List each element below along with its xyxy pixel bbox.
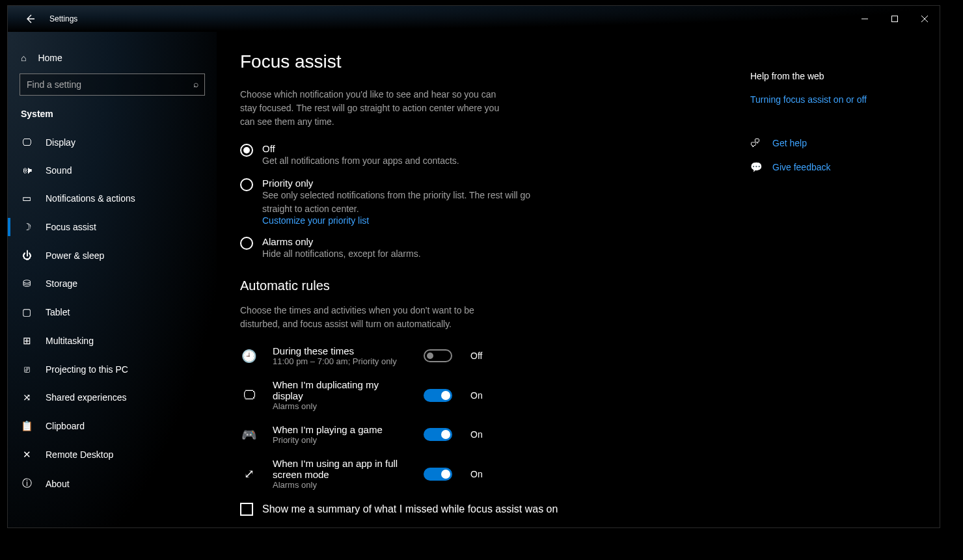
tablet-icon: ▢ xyxy=(21,306,33,318)
nav-shared[interactable]: ⤨Shared experiences xyxy=(8,383,217,412)
toggle-times[interactable] xyxy=(424,349,452,362)
radio-alarms[interactable]: Alarms only Hide all notifications, exce… xyxy=(240,236,727,260)
nav-sound[interactable]: 🕪Sound xyxy=(8,156,217,184)
get-help-link[interactable]: 🗪 Get help xyxy=(750,137,910,148)
rule-times[interactable]: 🕘 During these times 11:00 pm – 7:00 am;… xyxy=(240,345,727,366)
nav-storage[interactable]: ⛁Storage xyxy=(8,269,217,298)
settings-window: Settings ⌂ Home ⌕ System 🖵Display 🕪Sou xyxy=(7,5,940,528)
radio-off[interactable]: Off Get all notifications from your apps… xyxy=(240,143,727,167)
help-header: Help from the web xyxy=(750,71,910,81)
nav-about[interactable]: ⓘAbout xyxy=(8,469,217,498)
titlebar: Settings xyxy=(8,6,940,32)
help-panel: Help from the web Turning focus assist o… xyxy=(750,32,926,527)
page-description: Choose which notification you'd like to … xyxy=(240,88,513,129)
clipboard-icon: 📋 xyxy=(21,420,33,432)
summary-checkbox-row[interactable]: Show me a summary of what I missed while… xyxy=(240,503,727,516)
customize-priority-link[interactable]: Customize your priority list xyxy=(262,215,536,226)
sidebar: ⌂ Home ⌕ System 🖵Display 🕪Sound ▭Notific… xyxy=(8,32,217,527)
toggle-fullscreen[interactable] xyxy=(424,468,452,481)
radio-icon xyxy=(240,237,253,250)
minimize-button[interactable] xyxy=(850,8,880,29)
main-area: Focus assist Choose which notification y… xyxy=(217,32,940,527)
page-title: Focus assist xyxy=(240,51,727,72)
toggle-game[interactable] xyxy=(424,428,452,441)
nav-tablet[interactable]: ▢Tablet xyxy=(8,298,217,327)
help-web-link[interactable]: Turning focus assist on or off xyxy=(750,94,910,105)
content: Focus assist Choose which notification y… xyxy=(217,32,750,527)
checkbox-icon xyxy=(240,503,253,516)
info-icon: ⓘ xyxy=(21,477,33,490)
feedback-icon: 💬 xyxy=(750,161,762,173)
maximize-button[interactable] xyxy=(880,8,910,29)
radio-priority[interactable]: Priority only See only selected notifica… xyxy=(240,178,727,226)
nav-list: 🖵Display 🕪Sound ▭Notifications & actions… xyxy=(8,128,217,512)
section-header: System xyxy=(8,109,217,128)
window-controls xyxy=(850,8,940,29)
remote-icon: ✕ xyxy=(21,449,33,460)
auto-rules-header: Automatic rules xyxy=(240,278,727,293)
nav-focus-assist[interactable]: ☽Focus assist xyxy=(8,213,217,241)
focus-mode-radios: Off Get all notifications from your apps… xyxy=(240,143,727,260)
nav-power[interactable]: ⏻Power & sleep xyxy=(8,241,217,269)
maximize-icon xyxy=(891,16,898,22)
nav-clipboard[interactable]: 📋Clipboard xyxy=(8,412,217,440)
close-button[interactable] xyxy=(910,8,940,29)
fullscreen-icon: ⤢ xyxy=(240,466,258,481)
auto-rules-desc: Choose the times and activities when you… xyxy=(240,304,513,331)
home-label: Home xyxy=(38,53,62,63)
window-title: Settings xyxy=(49,14,77,23)
projecting-icon: ⎚ xyxy=(21,364,33,375)
sound-icon: 🕪 xyxy=(21,165,33,176)
moon-icon: ☽ xyxy=(21,221,33,233)
close-icon xyxy=(921,16,928,22)
svg-rect-1 xyxy=(892,16,898,22)
feedback-link[interactable]: 💬 Give feedback xyxy=(750,161,910,173)
monitor-icon: 🖵 xyxy=(240,388,258,403)
rule-duplicating[interactable]: 🖵 When I'm duplicating my display Alarms… xyxy=(240,379,727,411)
clock-icon: 🕘 xyxy=(240,349,258,364)
back-arrow-icon xyxy=(25,14,35,24)
minimize-icon xyxy=(861,16,868,22)
power-icon: ⏻ xyxy=(21,250,33,261)
notifications-icon: ▭ xyxy=(21,193,33,204)
summary-checkbox-label: Show me a summary of what I missed while… xyxy=(262,503,558,515)
rule-fullscreen[interactable]: ⤢ When I'm using an app in full screen m… xyxy=(240,458,727,490)
game-icon: 🎮 xyxy=(240,427,258,442)
nav-notifications[interactable]: ▭Notifications & actions xyxy=(8,184,217,213)
multitasking-icon: ⊞ xyxy=(21,335,33,347)
radio-icon xyxy=(240,144,253,157)
chat-icon: 🗪 xyxy=(750,137,762,148)
back-button[interactable] xyxy=(22,11,38,27)
nav-display[interactable]: 🖵Display xyxy=(8,128,217,156)
home-nav[interactable]: ⌂ Home xyxy=(8,49,217,73)
rule-game[interactable]: 🎮 When I'm playing a game Priority only … xyxy=(240,424,727,445)
search-input[interactable] xyxy=(20,73,205,96)
home-icon: ⌂ xyxy=(21,53,26,63)
storage-icon: ⛁ xyxy=(21,278,33,289)
nav-multitasking[interactable]: ⊞Multitasking xyxy=(8,327,217,355)
shared-icon: ⤨ xyxy=(21,392,33,403)
nav-remote[interactable]: ✕Remote Desktop xyxy=(8,440,217,469)
display-icon: 🖵 xyxy=(21,137,33,148)
search-icon: ⌕ xyxy=(193,79,198,89)
nav-projecting[interactable]: ⎚Projecting to this PC xyxy=(8,355,217,383)
toggle-duplicating[interactable] xyxy=(424,389,452,402)
radio-icon xyxy=(240,178,253,191)
